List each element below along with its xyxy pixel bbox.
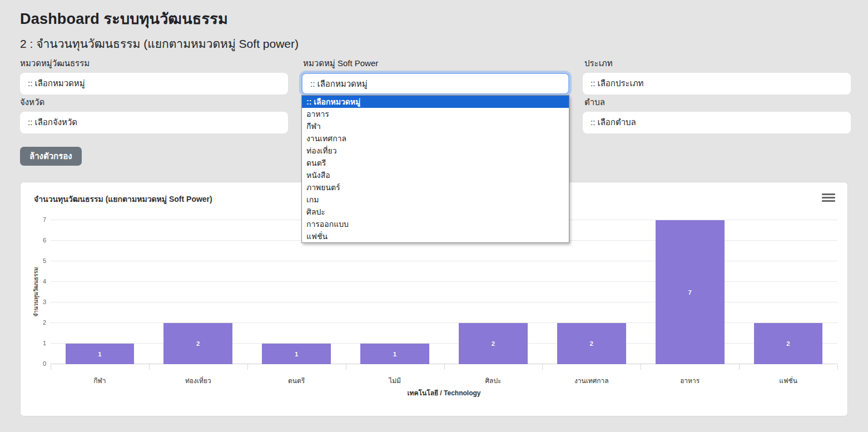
- bar-data-label: 2: [492, 340, 495, 347]
- x-axis-category-label: ท่องเที่ยว: [149, 370, 247, 386]
- bar-data-label: 2: [196, 340, 200, 347]
- bar-แฟชั่น[interactable]: 2: [754, 323, 823, 364]
- hamburger-icon: [822, 197, 835, 198]
- x-axis-tick: [444, 364, 445, 370]
- y-axis-tick-label: 7: [27, 216, 46, 223]
- bar-ดนตรี[interactable]: 1: [262, 344, 331, 364]
- x-axis-category-label: อาหาร: [641, 370, 739, 386]
- y-axis-title: จำนวนทุนวัฒนธรรม: [32, 267, 40, 316]
- x-axis-title: เทคโนโลยี / Technology: [51, 388, 837, 398]
- dropdown-option[interactable]: แฟชั่น: [302, 230, 569, 242]
- dropdown-option[interactable]: ท่องเที่ยว: [302, 145, 569, 157]
- x-axis-category-label: ดนตรี: [247, 370, 346, 386]
- page-subtitle: 2 : จำนวนทุนวัฒนธรรม (แยกตามหมวดหมู่ Sof…: [20, 34, 299, 53]
- page-title: Dashboard ระบบทุนวัฒนธรรม: [20, 7, 228, 31]
- dropdown-option[interactable]: ภาพยนตร์: [302, 181, 569, 193]
- bar-งานเทศกาล[interactable]: 2: [557, 323, 626, 364]
- bar-อาหาร[interactable]: 7: [656, 220, 725, 364]
- y-axis-tick-label: 2: [27, 319, 46, 326]
- dropdown-option[interactable]: ดนตรี: [302, 157, 569, 169]
- dropdown-option[interactable]: การออกแบบ: [302, 218, 569, 230]
- dropdown-option[interactable]: กีฬา: [302, 120, 569, 132]
- x-axis-category-label: แฟชั่น: [739, 370, 837, 386]
- chart-title: จำนวนทุนวัฒนธรรม (แยกตามหมวดหมู่ Soft Po…: [34, 193, 212, 205]
- bar-data-label: 1: [295, 351, 298, 357]
- x-axis-category-label: งานเทศกาล: [542, 370, 641, 386]
- soft-power-select[interactable]: :: เลือกหมวดหมู่: [301, 73, 569, 95]
- x-axis-tick: [641, 364, 641, 370]
- x-axis-tick: [149, 364, 150, 370]
- type-select[interactable]: :: เลือกประเภท: [583, 73, 851, 95]
- dropdown-option[interactable]: เกม: [302, 193, 569, 206]
- x-axis-tick: [346, 364, 346, 370]
- y-axis-tick-label: 4: [27, 278, 46, 285]
- x-axis-tick: [739, 364, 740, 370]
- soft-power-label: หมวดหมู่ Soft Power: [303, 57, 378, 70]
- y-axis-tick-label: 3: [27, 299, 46, 305]
- chart-context-menu-button[interactable]: [822, 191, 835, 203]
- soft-power-dropdown-list: :: เลือกหมวดหมู่อาหารกีฬางานเทศกาลท่องเท…: [301, 95, 569, 243]
- bar-data-label: 2: [590, 340, 593, 347]
- x-axis-category-labels: กีฬาท่องเที่ยวดนตรีไม่มีศิลปะงานเทศกาลอา…: [51, 370, 837, 386]
- x-axis-tick: [837, 364, 838, 370]
- subdistrict-select[interactable]: :: เลือกตำบล: [583, 112, 851, 133]
- x-axis-category-label: ไม่มี: [346, 370, 444, 386]
- hamburger-icon: [822, 200, 835, 202]
- bar-data-label: 1: [393, 351, 396, 357]
- clear-filters-button[interactable]: ล้างตัวกรอง: [20, 147, 82, 166]
- x-axis-tick: [51, 364, 51, 370]
- bar-data-label: 1: [98, 351, 101, 357]
- bar-data-label: 7: [688, 289, 691, 296]
- x-axis-category-label: ศิลปะ: [444, 370, 543, 386]
- subdistrict-label: ตำบล: [584, 96, 605, 109]
- y-axis-tick-label: 0: [27, 360, 46, 367]
- x-axis-tick: [542, 364, 543, 370]
- bar-data-label: 2: [786, 340, 790, 347]
- y-axis-tick-label: 5: [27, 257, 46, 264]
- bar-ท่องเที่ยว[interactable]: 2: [163, 323, 232, 364]
- y-axis-tick-label: 1: [27, 340, 46, 346]
- bar-กีฬา[interactable]: 1: [66, 344, 135, 364]
- dropdown-option[interactable]: :: เลือกหมวดหมู่: [302, 96, 569, 108]
- x-axis-category-label: กีฬา: [51, 370, 149, 386]
- x-axis-tick: [247, 364, 248, 370]
- province-label: จังหวัด: [20, 96, 44, 109]
- province-select[interactable]: :: เลือกจังหวัด: [20, 112, 288, 133]
- bar-ไม่มี[interactable]: 1: [360, 344, 429, 364]
- y-axis-tick-label: 6: [27, 237, 46, 244]
- dropdown-option[interactable]: อาหาร: [302, 108, 569, 120]
- hamburger-icon: [822, 193, 835, 195]
- bar-ศิลปะ[interactable]: 2: [459, 323, 528, 364]
- type-label: ประเภท: [584, 57, 613, 70]
- culture-category-select[interactable]: :: เลือกหมวดหมู่: [20, 73, 288, 95]
- culture-category-label: หมวดหมู่วัฒนธรรม: [20, 57, 90, 70]
- dropdown-option[interactable]: ศิลปะ: [302, 206, 569, 218]
- dropdown-option[interactable]: หนังสือ: [302, 169, 569, 181]
- dropdown-option[interactable]: งานเทศกาล: [302, 132, 569, 145]
